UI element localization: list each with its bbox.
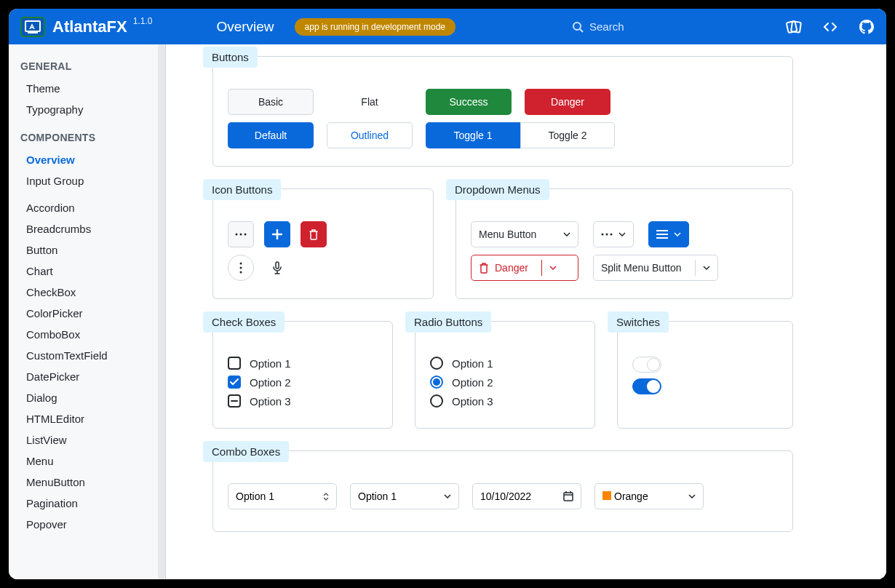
toggle-2-button[interactable]: Toggle 2 (520, 122, 615, 148)
outlined-button[interactable]: Outlined (327, 122, 413, 148)
sidebar-item-colorpicker[interactable]: ColorPicker (9, 303, 165, 324)
dropdown-value: Option 1 (358, 490, 397, 502)
card-label-switches: Switches (608, 311, 669, 333)
radio-label: Option 1 (452, 357, 493, 370)
radio-option-2[interactable]: Option 2 (430, 373, 580, 392)
caret-down-icon (674, 232, 681, 237)
dropdown-combo[interactable]: Option 1 (350, 483, 459, 509)
more-horiz-icon (235, 233, 247, 236)
checkbox-label: Option 1 (250, 357, 291, 370)
success-button[interactable]: Success (426, 89, 512, 115)
date-value: 10/10/2022 (480, 490, 531, 502)
checkbox-indeterminate-icon (228, 394, 241, 408)
sidebar-item-typography[interactable]: Typography (9, 99, 165, 120)
split-menu-button[interactable]: Split Menu Button (593, 255, 718, 281)
sidebar-item-htmleditor[interactable]: HTMLEditor (9, 408, 165, 429)
delete-button[interactable] (301, 221, 327, 247)
color-combo[interactable]: Orange (594, 483, 704, 509)
svg-point-17 (610, 234, 613, 236)
danger-split-label: Danger (495, 262, 528, 274)
radio-label: Option 2 (452, 376, 493, 389)
sidebar-item-chart[interactable]: Chart (9, 261, 165, 282)
content-area: Buttons Basic Flat Success Danger Defaul… (166, 44, 886, 579)
color-swatch-icon (602, 491, 611, 500)
card-label-combos: Combo Boxes (203, 441, 289, 462)
icon-menu-button[interactable] (593, 221, 634, 247)
menu-button[interactable]: Menu Button (471, 221, 578, 247)
sidebar-item-theme[interactable]: Theme (9, 78, 165, 99)
sidebar-item-pagination[interactable]: Pagination (9, 493, 165, 514)
add-button[interactable] (264, 221, 290, 247)
basic-button[interactable]: Basic (228, 89, 314, 115)
sidebar-heading-general: GENERAL (9, 57, 165, 78)
caret-down-icon (703, 266, 710, 270)
svg-point-12 (240, 267, 242, 269)
app-logo (20, 17, 45, 37)
spinner-combo[interactable]: Option 1 (228, 483, 337, 509)
more-horiz-button[interactable] (228, 221, 254, 247)
svg-rect-14 (276, 262, 279, 269)
card-label-dropdown: Dropdown Menus (446, 179, 549, 200)
trash-icon (309, 229, 319, 240)
svg-point-2 (573, 23, 581, 30)
sidebar-item-combobox[interactable]: ComboBox (9, 324, 165, 345)
calendar-icon (563, 491, 573, 501)
app-title: AtlantaFX (52, 17, 127, 36)
switch-off[interactable] (632, 357, 661, 373)
checkbox-option-2[interactable]: Option 2 (228, 373, 378, 392)
split-menu-label: Split Menu Button (601, 262, 682, 274)
card-label-buttons: Buttons (203, 47, 258, 68)
more-vert-icon (239, 262, 242, 274)
color-combo-label: Orange (602, 490, 648, 502)
dev-mode-badge: app is running in development mode (295, 18, 456, 36)
plus-icon (272, 229, 282, 239)
spinner-value: Option 1 (236, 490, 274, 502)
sidebar-item-popover[interactable]: Popover (9, 514, 165, 535)
sidebar-item-datepicker[interactable]: DatePicker (9, 366, 165, 387)
date-combo[interactable]: 10/10/2022 (472, 483, 581, 509)
sidebar-item-button[interactable]: Button (9, 239, 165, 261)
search-box[interactable] (572, 20, 684, 33)
combos-card: Combo Boxes Option 1 Option 1 1 (212, 450, 793, 532)
search-input[interactable] (589, 20, 684, 33)
sidebar-item-overview[interactable]: Overview (9, 149, 165, 170)
danger-split-button[interactable]: Danger (471, 255, 578, 281)
default-button[interactable]: Default (228, 122, 314, 148)
sidebar-item-breadcrumbs[interactable]: Breadcrumbs (9, 218, 165, 239)
flat-button[interactable]: Flat (327, 89, 413, 115)
sidebar-item-menu[interactable]: Menu (9, 450, 165, 472)
more-vert-button[interactable] (228, 255, 254, 281)
checkbox-unchecked-icon (228, 357, 241, 370)
radio-option-3[interactable]: Option 3 (430, 392, 580, 410)
card-label-radios: Radio Buttons (405, 311, 491, 333)
hamburger-menu-button[interactable] (648, 221, 689, 247)
checkbox-option-1[interactable]: Option 1 (228, 354, 378, 373)
caret-down-icon (618, 232, 626, 237)
radio-option-1[interactable]: Option 1 (430, 354, 580, 373)
checkbox-label: Option 3 (250, 395, 291, 408)
danger-button[interactable]: Danger (525, 89, 610, 115)
app-version: 1.1.0 (133, 16, 153, 26)
svg-line-3 (580, 29, 583, 32)
switch-on[interactable] (632, 378, 661, 394)
page-title: Overview (216, 19, 274, 35)
sidebar-item-checkbox[interactable]: CheckBox (9, 282, 165, 303)
sidebar-item-dialog[interactable]: Dialog (9, 387, 165, 408)
sidebar-item-accordion[interactable]: Accordion (9, 197, 165, 218)
menu-button-label: Menu Button (479, 229, 536, 240)
sidebar-item-listview[interactable]: ListView (9, 429, 165, 450)
theme-swatch-icon[interactable] (786, 19, 802, 35)
card-label-icon-buttons: Icon Buttons (203, 179, 281, 200)
checkbox-option-3[interactable]: Option 3 (228, 392, 378, 410)
toggle-group: Toggle 1 Toggle 2 (426, 122, 615, 148)
switches-card: Switches (617, 321, 793, 429)
sidebar-item-input-group[interactable]: Input Group (9, 170, 165, 191)
toggle-1-button[interactable]: Toggle 1 (426, 122, 520, 148)
mic-button[interactable] (264, 255, 290, 281)
sidebar-item-customtextfield[interactable]: CustomTextField (9, 345, 165, 366)
code-icon[interactable] (822, 19, 838, 35)
github-icon[interactable] (859, 19, 875, 35)
mic-icon (272, 261, 282, 274)
checkbox-checked-icon (228, 376, 241, 389)
sidebar-item-menubutton[interactable]: MenuButton (9, 472, 165, 493)
